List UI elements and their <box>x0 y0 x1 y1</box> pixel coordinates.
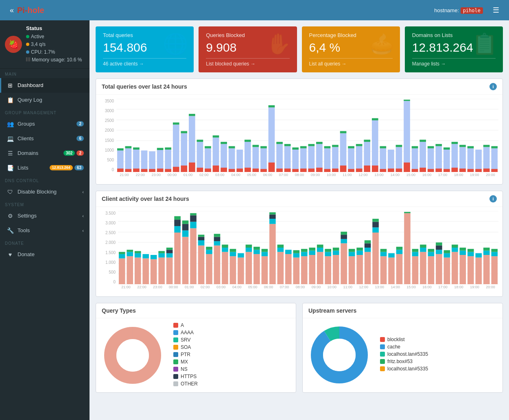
card-link-all-queries[interactable]: List all queries → <box>309 58 393 67</box>
svg-rect-295 <box>476 257 482 284</box>
settings-icon: ⚙ <box>7 213 13 219</box>
card-link-manage-lists[interactable]: Manage lists → <box>412 58 496 67</box>
svg-rect-43 <box>213 135 219 137</box>
svg-rect-185 <box>190 215 197 222</box>
svg-rect-252 <box>365 252 371 284</box>
bottom-panels: Query Types A <box>96 303 503 399</box>
svg-rect-110 <box>396 145 402 147</box>
hamburger-menu-button[interactable]: ☰ <box>489 6 502 15</box>
svg-rect-127 <box>443 150 450 172</box>
info-icon-total-queries[interactable]: i <box>489 83 497 90</box>
svg-rect-275 <box>420 245 426 248</box>
svg-rect-193 <box>206 247 212 250</box>
svg-rect-125 <box>435 144 442 146</box>
svg-rect-197 <box>214 234 221 237</box>
legend-item-soa: SOA <box>173 344 198 350</box>
svg-rect-273 <box>420 252 426 284</box>
svg-rect-88 <box>332 169 339 172</box>
svg-rect-86 <box>332 147 339 172</box>
lists-badge-new: 63 <box>74 165 84 170</box>
sidebar-item-groups[interactable]: 👥 Groups 2 <box>0 117 90 131</box>
sidebar-section-donate: DONATE <box>0 238 90 247</box>
panel-header-total-queries: Total queries over last 24 hours i <box>96 79 502 95</box>
svg-rect-122 <box>428 146 434 148</box>
svg-rect-64 <box>269 163 275 172</box>
svg-rect-174 <box>166 248 173 250</box>
svg-rect-16 <box>133 169 140 172</box>
card-link-active-clients[interactable]: 46 active clients → <box>103 58 186 67</box>
sidebar-item-domains[interactable]: ☰ Domains 302 2 <box>0 146 90 161</box>
svg-rect-292 <box>467 256 474 284</box>
svg-rect-13 <box>125 169 132 172</box>
sidebar-item-lists[interactable]: 📑 Lists 12.813.264 63 <box>0 161 90 175</box>
svg-rect-23 <box>157 169 164 172</box>
legend-color-a <box>173 323 178 328</box>
client-activity-panel: Client activity over last 24 hours i 3.5… <box>96 191 503 297</box>
panel-header-client-activity: Client activity over last 24 hours i <box>96 191 502 207</box>
svg-point-307 <box>116 339 149 372</box>
svg-rect-223 <box>285 250 292 254</box>
sidebar-item-label: Domains <box>17 150 38 156</box>
svg-rect-143 <box>483 169 490 172</box>
sidebar-item-disable-blocking[interactable]: 🛡 Disable Blocking ‹ <box>0 185 90 199</box>
upstream-servers-legend: blocklist cache localhost.lan#5335 <box>380 337 428 373</box>
svg-rect-27 <box>173 125 179 172</box>
svg-rect-132 <box>452 168 458 172</box>
svg-rect-274 <box>420 248 426 252</box>
svg-rect-256 <box>372 233 379 284</box>
svg-rect-97 <box>356 169 363 172</box>
svg-rect-123 <box>428 169 434 172</box>
svg-rect-90 <box>340 131 347 133</box>
svg-rect-237 <box>325 252 331 257</box>
legend-color-ptr <box>173 352 178 357</box>
sidebar-item-dashboard[interactable]: ⊞ Dashboard <box>0 78 90 93</box>
svg-rect-299 <box>483 248 490 250</box>
sidebar-item-settings[interactable]: ⚙ Settings ‹ <box>0 209 90 223</box>
svg-rect-234 <box>317 248 323 252</box>
sidebar-item-clients[interactable]: 💻 Clients 6 <box>0 131 90 146</box>
svg-rect-206 <box>246 252 252 284</box>
panel-title-upstream-servers: Upstream servers <box>308 307 356 314</box>
svg-rect-238 <box>325 249 331 252</box>
legend-item-a: A <box>173 322 198 328</box>
svg-rect-146 <box>491 169 498 172</box>
svg-rect-232 <box>309 248 315 250</box>
svg-rect-285 <box>444 250 450 253</box>
card-link-blocked-queries[interactable]: List blocked queries → <box>206 58 289 67</box>
sidebar-collapse-button[interactable]: « <box>7 6 17 15</box>
svg-rect-100 <box>364 165 370 172</box>
svg-rect-301 <box>491 252 498 257</box>
info-icon-client-activity[interactable]: i <box>489 195 497 202</box>
sidebar-item-donate[interactable]: ♥ Donate <box>0 247 90 262</box>
svg-rect-31 <box>181 131 187 133</box>
svg-rect-300 <box>491 256 498 284</box>
svg-rect-158 <box>127 256 133 284</box>
svg-rect-247 <box>349 252 355 257</box>
svg-rect-164 <box>142 258 149 284</box>
svg-rect-155 <box>119 258 125 284</box>
svg-rect-57 <box>253 145 259 147</box>
legend-color-ns <box>173 367 178 372</box>
legend-item-fritz: fritz.box#53 <box>380 359 428 364</box>
svg-rect-111 <box>396 169 402 172</box>
svg-rect-34 <box>189 114 195 116</box>
svg-rect-209 <box>253 254 260 284</box>
svg-rect-202 <box>230 252 236 257</box>
hostname-display: hostname: pihole <box>434 7 483 13</box>
svg-rect-59 <box>260 148 267 172</box>
stat-card-total-queries: Total queries 154.806 🌐 46 active client… <box>96 26 194 72</box>
svg-rect-78 <box>308 144 315 146</box>
svg-rect-264 <box>388 253 395 258</box>
hand-icon: ✋ <box>266 32 291 56</box>
panel-header-upstream-servers: Upstream servers <box>303 303 502 318</box>
svg-rect-157 <box>119 252 125 254</box>
svg-rect-26 <box>165 169 171 172</box>
sidebar-item-query-log[interactable]: 📋 Query Log <box>0 93 90 107</box>
svg-rect-227 <box>301 256 308 284</box>
sidebar-item-tools[interactable]: 🔧 Tools ‹ <box>0 223 90 238</box>
legend-color-localhost1 <box>380 352 385 357</box>
svg-rect-176 <box>174 226 181 233</box>
svg-rect-287 <box>452 248 458 252</box>
svg-rect-181 <box>182 224 189 231</box>
legend-item-other: OTHER <box>173 381 198 387</box>
